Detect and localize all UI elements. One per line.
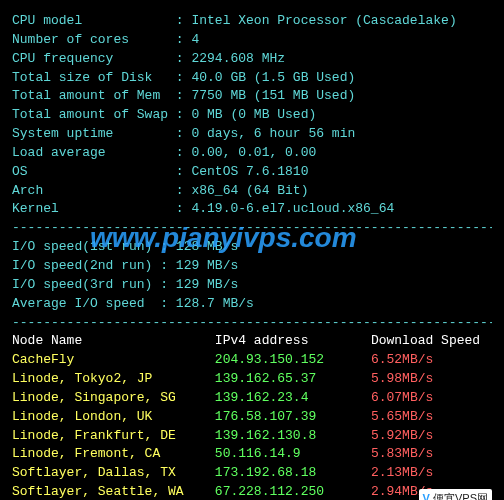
sysinfo-row: Total size of Disk : 40.0 GB (1.5 GB Use… [12, 69, 492, 88]
node-row: Softlayer, Dallas, TX 173.192.68.18 2.13… [12, 464, 492, 483]
sysinfo-row: Total amount of Mem : 7750 MB (151 MB Us… [12, 87, 492, 106]
node-row: Linode, Tokyo2, JP 139.162.65.37 5.98MB/… [12, 370, 492, 389]
node-table-header: Node Name IPv4 address Download Speed [12, 332, 492, 351]
sysinfo-row: Kernel : 4.19.0-6.el7.ucloud.x86_64 [12, 200, 492, 219]
node-row: Linode, Singapore, SG 139.162.23.4 6.07M… [12, 389, 492, 408]
sysinfo-row: Arch : x86_64 (64 Bit) [12, 182, 492, 201]
iospeed-row: I/O speed(2nd run) : 129 MB/s [12, 257, 492, 276]
sysinfo-row: Total amount of Swap : 0 MB (0 MB Used) [12, 106, 492, 125]
divider-line: ----------------------------------------… [12, 219, 492, 238]
divider-line: ----------------------------------------… [12, 314, 492, 333]
node-row: Linode, Frankfurt, DE 139.162.130.8 5.92… [12, 427, 492, 446]
iospeed-row: I/O speed(1st run) : 128 MB/s [12, 238, 492, 257]
io-speed-block: I/O speed(1st run) : 128 MB/sI/O speed(2… [12, 238, 492, 313]
sysinfo-row: CPU model : Intel Xeon Processor (Cascad… [12, 12, 492, 31]
sysinfo-row: Load average : 0.00, 0.01, 0.00 [12, 144, 492, 163]
sysinfo-row: Number of cores : 4 [12, 31, 492, 50]
node-row: CacheFly 204.93.150.152 6.52MB/s [12, 351, 492, 370]
node-table-body: CacheFly 204.93.150.152 6.52MB/sLinode, … [12, 351, 492, 500]
sysinfo-row: CPU frequency : 2294.608 MHz [12, 50, 492, 69]
node-row: Linode, Fremont, CA 50.116.14.9 5.83MB/s [12, 445, 492, 464]
sysinfo-row: System uptime : 0 days, 6 hour 56 min [12, 125, 492, 144]
iospeed-row: I/O speed(3rd run) : 129 MB/s [12, 276, 492, 295]
node-row: Linode, London, UK 176.58.107.39 5.65MB/… [12, 408, 492, 427]
sysinfo-row: OS : CentOS 7.6.1810 [12, 163, 492, 182]
iospeed-row: Average I/O speed : 128.7 MB/s [12, 295, 492, 314]
system-info-block: CPU model : Intel Xeon Processor (Cascad… [12, 12, 492, 219]
node-row: Softlayer, Seattle, WA 67.228.112.250 2.… [12, 483, 492, 500]
